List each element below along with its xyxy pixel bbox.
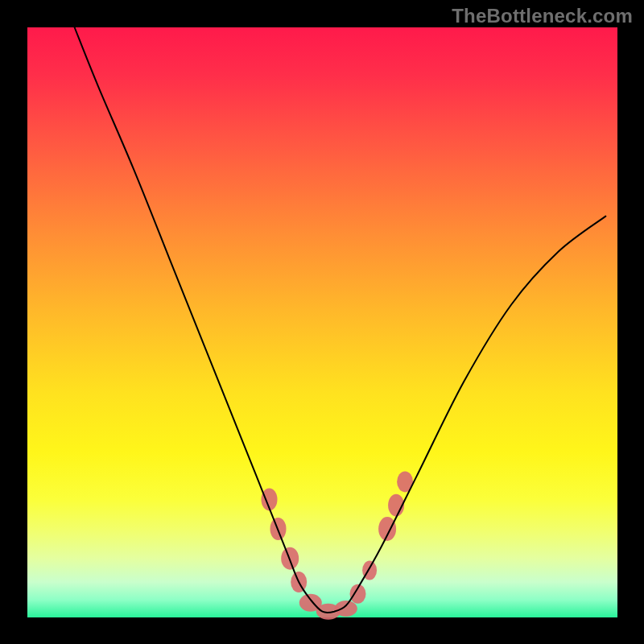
chart-svg [27,27,617,617]
curve-marker [335,601,357,617]
plot-area [27,27,617,617]
bottleneck-curve [75,27,606,613]
chart-frame: TheBottleneck.com [0,0,644,644]
watermark-text: TheBottleneck.com [452,5,633,27]
curve-marker [378,517,396,541]
